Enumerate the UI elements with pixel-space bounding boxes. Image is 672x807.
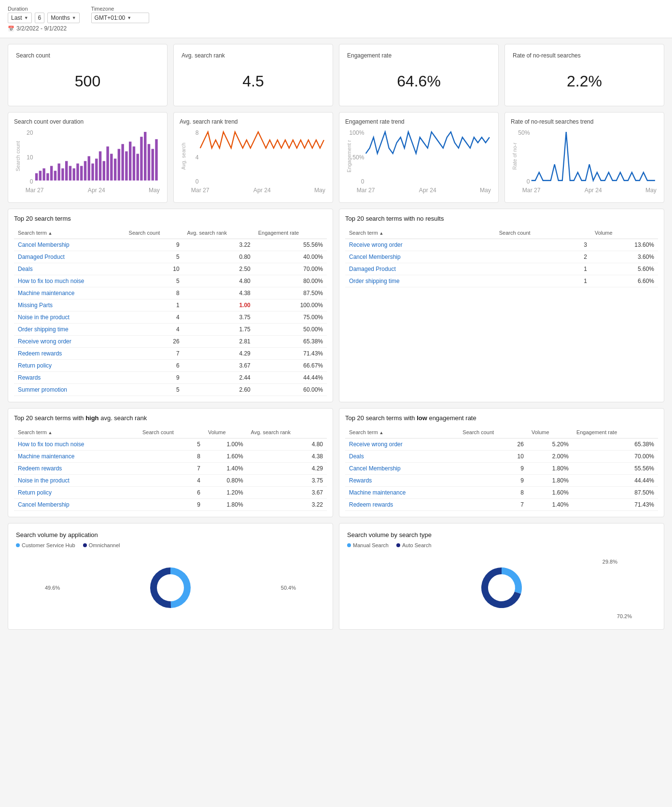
donut-app-left-label: 49.6% bbox=[45, 585, 60, 591]
low-engagement-table: Search termSearch countVolumeEngagement … bbox=[345, 426, 658, 511]
legend-dot bbox=[396, 543, 400, 547]
svg-rect-14 bbox=[88, 156, 90, 180]
duration-value-select[interactable]: 6 bbox=[35, 13, 45, 23]
table-row: Receive wrong order265.20%65.38% bbox=[345, 439, 658, 451]
table-row: Machine maintenance81.60%4.38 bbox=[14, 451, 327, 463]
table-header[interactable]: Search term bbox=[345, 227, 495, 239]
table-header[interactable]: Search term bbox=[14, 426, 139, 439]
table-cell: 4.80 bbox=[183, 275, 254, 287]
donut-app-legend: Customer Service Hub Omnichannel bbox=[16, 542, 325, 548]
donut-type-top-label: 29.8% bbox=[602, 559, 617, 565]
legend-item: Manual Search bbox=[347, 542, 389, 548]
table-cell: 9 bbox=[125, 372, 183, 384]
donut-app-chart bbox=[141, 559, 199, 617]
timezone-select[interactable]: GMT+01:00 ▼ bbox=[91, 13, 149, 23]
svg-text:Engagement r: Engagement r bbox=[346, 140, 352, 172]
table-cell: Redeem rewards bbox=[14, 348, 125, 360]
table-cell: Order shipping time bbox=[14, 324, 125, 336]
table-header[interactable]: Avg. search rank bbox=[247, 426, 327, 439]
table-row: Rewards92.4444.44% bbox=[14, 372, 327, 384]
donut-app-card: Search volume by application Customer Se… bbox=[8, 523, 333, 630]
table-header[interactable]: Search term bbox=[345, 426, 459, 439]
table-header[interactable]: Volume bbox=[204, 426, 247, 439]
chart-card-engagement-trend: Engagement rate trend 100%50%0Mar 27Apr … bbox=[339, 112, 499, 203]
svg-rect-20 bbox=[110, 154, 112, 180]
table-header[interactable]: Engagement rate bbox=[573, 426, 658, 439]
table-cell: 1.20% bbox=[204, 487, 247, 499]
table-cell: 4.80 bbox=[247, 439, 327, 451]
table-row: Summer promotion52.6060.00% bbox=[14, 384, 327, 396]
table-cell: 1 bbox=[495, 263, 591, 275]
table-cell: Rewards bbox=[345, 475, 459, 487]
table-header[interactable]: Search term bbox=[14, 227, 125, 239]
svg-text:Apr 24: Apr 24 bbox=[253, 187, 271, 194]
card-title: Rate of no-result searches bbox=[513, 52, 656, 59]
table-cell: 3.60% bbox=[591, 251, 658, 263]
table-cell: Summer promotion bbox=[14, 384, 125, 396]
svg-rect-24 bbox=[125, 151, 127, 180]
tables-row-1: Top 20 search terms Search termSearch co… bbox=[8, 209, 664, 402]
table-cell: 9 bbox=[139, 499, 204, 511]
date-range: 📅 3/2/2022 - 9/1/2022 bbox=[8, 25, 664, 32]
svg-rect-17 bbox=[99, 151, 101, 180]
table-cell: 87.50% bbox=[573, 487, 658, 499]
svg-rect-10 bbox=[73, 169, 75, 181]
table-header[interactable]: Avg. search rank bbox=[183, 227, 254, 239]
svg-text:50%: 50% bbox=[352, 154, 364, 161]
table-cell: 60.00% bbox=[254, 384, 327, 396]
donut-type-container: 29.8% 70.2% bbox=[347, 554, 656, 622]
duration-preset-select[interactable]: Last ▼ bbox=[8, 13, 32, 23]
svg-text:0: 0 bbox=[527, 178, 530, 185]
table-cell: 8 bbox=[139, 451, 204, 463]
table-cell: Cancel Membership bbox=[345, 463, 459, 475]
top20-table: Search termSearch countAvg. search rankE… bbox=[14, 227, 327, 396]
card-title: Search count bbox=[16, 52, 159, 59]
table-cell: 4 bbox=[125, 311, 183, 324]
table-header[interactable]: Search count bbox=[125, 227, 183, 239]
table-cell: 1 bbox=[495, 275, 591, 287]
table-header[interactable]: Volume bbox=[591, 227, 658, 239]
card-engagement-rate: Engagement rate 64.6% bbox=[339, 44, 499, 106]
table-cell: 80.00% bbox=[254, 275, 327, 287]
table-row: Cancel Membership91.80%3.22 bbox=[14, 499, 327, 511]
table-header[interactable]: Volume bbox=[528, 426, 573, 439]
duration-unit-select[interactable]: Months ▼ bbox=[47, 13, 79, 23]
duration-field: Duration Last ▼ 6 Months ▼ bbox=[8, 6, 80, 23]
svg-text:Rate of no-r: Rate of no-r bbox=[512, 142, 518, 170]
table-cell: 3.67 bbox=[247, 487, 327, 499]
table-cell: 2.50 bbox=[183, 263, 254, 275]
table-cell: 3 bbox=[495, 239, 591, 251]
table-row: Cancel Membership91.80%55.56% bbox=[345, 463, 658, 475]
table-cell: 1 bbox=[125, 299, 183, 311]
table-cell: 5.60% bbox=[591, 263, 658, 275]
donut-app-right-label: 50.4% bbox=[281, 585, 296, 591]
high-rank-table: Search termSearch countVolumeAvg. search… bbox=[14, 426, 327, 511]
high-rank-table-card: Top 20 search terms with high avg. searc… bbox=[8, 408, 333, 517]
table-row: Machine maintenance84.3887.50% bbox=[14, 287, 327, 299]
table-cell: 7 bbox=[459, 499, 528, 511]
table-row: How to fix too much noise54.8080.00% bbox=[14, 275, 327, 287]
table-cell: Receive wrong order bbox=[14, 336, 125, 348]
table-cell: 1.80% bbox=[528, 475, 573, 487]
chart-title: Engagement rate trend bbox=[345, 118, 492, 125]
table-header[interactable]: Search count bbox=[139, 426, 204, 439]
svg-text:100%: 100% bbox=[349, 129, 364, 136]
table-row: Return policy63.6766.67% bbox=[14, 360, 327, 372]
no-results-table-card: Top 20 search terms with no results Sear… bbox=[339, 209, 664, 402]
table-cell: 1.80% bbox=[204, 499, 247, 511]
table-row: Receive wrong order262.8165.38% bbox=[14, 336, 327, 348]
svg-text:May 22: May 22 bbox=[480, 187, 492, 194]
legend-dot bbox=[347, 543, 351, 547]
table-header[interactable]: Search count bbox=[495, 227, 591, 239]
table-cell: 1.40% bbox=[204, 463, 247, 475]
table-cell: Damaged Product bbox=[345, 263, 495, 275]
table-cell: 4 bbox=[139, 475, 204, 487]
table-cell: 70.00% bbox=[254, 263, 327, 275]
svg-rect-27 bbox=[136, 154, 139, 180]
table-cell: Noise in the product bbox=[14, 475, 139, 487]
chevron-down-icon: ▼ bbox=[127, 15, 131, 20]
table-cell: 55.56% bbox=[254, 239, 327, 251]
table-header[interactable]: Search count bbox=[459, 426, 528, 439]
card-title: Avg. search rank bbox=[182, 52, 325, 59]
table-header[interactable]: Engagement rate bbox=[254, 227, 327, 239]
